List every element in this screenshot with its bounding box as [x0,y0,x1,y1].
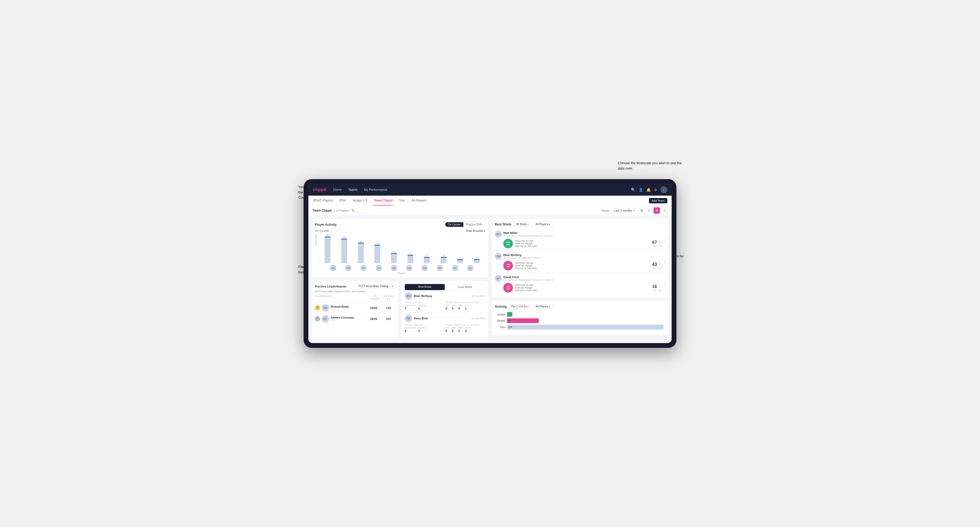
tab-tour[interactable]: Tour [398,195,406,205]
timescale-dropdown[interactable]: Last 3 months ▾ [612,208,636,213]
lb-player-row-2[interactable]: 🥈 EC Edward Crossman ★ 2 18/20 [315,314,395,324]
most-active-button[interactable]: Most Active [405,284,445,290]
rounds-label: Total Rounds [405,301,444,304]
player-avatar-chart-2: DF [360,265,367,271]
player-avatar-chart-6: RB [421,265,428,271]
shot-1-badge: 200 SG [503,239,513,248]
active-player-2-stats: Total Rounds Tournament 8 Practice [405,324,485,332]
eagles-row: Eagles 3 [495,312,665,317]
tab-pga[interactable]: PGA [339,195,347,205]
shot-3-chevron[interactable]: › [664,282,665,286]
lb-score-2: 18/20 [367,317,380,321]
bar-value-5: 4 [410,252,411,254]
list-view-icon[interactable]: ≡ [646,207,652,214]
right-panel: Best Shots All Shots ▾ All Players ▾ [492,219,668,340]
shot-player-3-name: David Ford [503,275,553,279]
all-shots-dropdown[interactable]: All Shots ▾ [514,222,531,227]
shot-2-badge: 200 SG [503,261,513,270]
settings-view-icon[interactable]: ⚡ [661,207,667,214]
shot-player-1-name: Matt Miller [503,231,552,235]
active-player-2: RB Rees Britt 02 Sep 2023 Total Rounds [405,314,485,335]
scoring-players-dropdown[interactable]: All Players ▾ [533,304,552,309]
player-info-crossman: Edward Crossman ★ 2 [331,316,365,322]
shot-row-2[interactable]: BM Blair McHarg 23 Jul 2023 · Ashridge G… [495,251,665,273]
bar-value-6: 3 [426,255,428,257]
nav-home[interactable]: Home [332,187,343,192]
least-active-button[interactable]: Least Active [445,284,485,290]
bar-value-9: 2 [476,257,477,259]
activity-card-header: Player Activity On Course Practice Drill… [315,222,485,227]
lb-col-avg: PB AVG SQ [382,295,395,300]
user-avatar[interactable]: 👤 [660,186,667,193]
activity-title: Player Activity [315,223,337,227]
logo: clippd [313,187,327,192]
search-icon[interactable]: 🔍 [631,187,635,192]
heart-view-icon[interactable]: ♥ [654,207,660,214]
shot-1-stat-1: 67 yds [652,240,657,247]
shot-2-stat-2: 0 yds [659,262,662,269]
shot-2-stat-1: 43 yds [652,262,657,269]
y-axis-label: Total Rounds [315,234,317,246]
grid-view-icon[interactable]: ⊞ [639,207,645,214]
bottom-left-grid: Practice Leaderboards PUTT Must Make Put… [312,281,488,340]
rounds-values-2: Tournament 8 Practice 4 [405,327,444,332]
tab-all-players[interactable]: All Players [411,195,427,205]
users-icon[interactable]: 👤 [639,187,643,192]
lb-player-row-1[interactable]: 🏅 RB Richard Butler ★ 1 19/20 [315,303,395,314]
plus-circle-icon[interactable]: ⊕ [654,187,657,192]
birdies-row: Birdies 96 [495,318,665,323]
bar-8 [457,259,463,263]
nav-my-performance[interactable]: My Performance [363,187,388,192]
bar-value-1: 12 [343,237,345,238]
practice-rounds: Practice 6 [418,304,426,310]
shot-player-3-header: DF David Ford 24 Aug 2023 · Royal North … [495,275,662,282]
add-team-button[interactable]: Add Team [649,198,667,203]
bar-wrapper-9: 2 [469,234,484,263]
player-avatar-chart-9: LR [467,265,474,271]
rounds-label-2: Total Rounds [405,324,444,326]
tab-team-clippd[interactable]: Team Clippd [373,195,393,205]
rounds-stat-2: Total Rounds Tournament 8 Practice [405,324,444,332]
practice-drills-toggle[interactable]: Practice Drills [463,222,485,227]
tab-pgat-players[interactable]: PGAT Players [313,195,334,205]
shot-player-3-info: David Ford 24 Aug 2023 · Royal North Dev… [503,275,553,281]
lb-dropdown[interactable]: PUTT Must Make Putting ... ▾ [356,284,395,289]
tab-hcaps[interactable]: Hcaps 1-5 [352,195,368,205]
shot-2-chevron[interactable]: › [664,259,665,264]
on-course-toggle[interactable]: On Course [445,222,463,227]
bar-wrapper-4: 5 [387,234,401,263]
player-avatar-chart-4: EE [391,265,397,271]
shot-row-1[interactable]: MM Matt Miller 09 Jun 2023 · Royal North… [495,229,665,251]
practice-leaderboard-card: Practice Leaderboards PUTT Must Make Put… [312,281,398,340]
gtt-stat-2: GTT 0 [445,327,450,332]
best-shots-header: Best Shots All Shots ▾ All Players ▾ [495,222,665,227]
app-stat: APP 0 [452,304,456,310]
rank-badge-1: 🏅 [315,305,320,311]
bar-wrapper-2: 10 [353,234,368,263]
team-count: | 14 Players [334,209,349,212]
active-player-1-name: Blair McHarg [414,294,432,298]
view-icons: ⊞ ≡ ♥ ⚡ [639,207,667,214]
all-players-dropdown[interactable]: All Players ▾ [533,222,552,227]
par-filter-dropdown[interactable]: Par 3, 4 & 5s ▾ [509,304,531,309]
player-info-butler: Richard Butler ★ 1 [331,305,365,311]
shot-2-stats: 43 yds 0 yds [652,262,662,269]
shot-2-info: Shot Dist: 43 yds Start Lie: Rough End L… [515,262,650,270]
active-player-2-avatar: RB [405,314,412,322]
edit-icon[interactable]: ✏️ [351,209,355,213]
player-avatar-crossman: EC [322,315,329,322]
total-rounds-dropdown[interactable]: Total Rounds ▾ [466,229,485,232]
bar-wrapper-8: 2 [453,234,468,263]
shot-1-stat-2: 0 yds [659,240,662,247]
bar-value-3: 9 [377,243,378,244]
bell-icon[interactable]: 🔔 [646,187,651,192]
top-navigation: clippd Home Teams My Performance 🔍 👤 🔔 ⊕… [309,184,671,195]
shot-1-chevron[interactable]: › [664,237,665,242]
shot-3-badge: 198 SG [503,283,513,292]
bar-chart: Total Rounds 1312109543322 BMRBDFJCEECBR… [315,234,485,275]
shot-row-3[interactable]: DF David Ford 24 Aug 2023 · Royal North … [495,273,665,295]
rank-badge-2: 🥈 [315,316,320,322]
practice-values-2: GTT 0 APP 0 [445,327,485,332]
nav-teams[interactable]: Teams [347,187,358,192]
birdies-label: Birdies [495,319,506,322]
